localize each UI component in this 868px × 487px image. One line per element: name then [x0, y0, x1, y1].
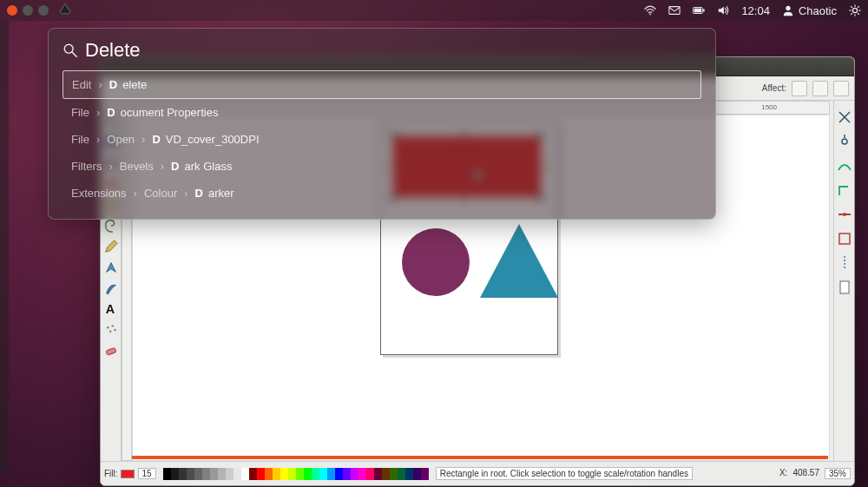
palette-swatch[interactable] [405, 468, 413, 480]
snap-midpoint-icon[interactable] [837, 207, 852, 222]
svg-point-28 [843, 213, 846, 216]
palette-swatch[interactable] [257, 468, 265, 480]
text-tool-icon[interactable]: A [102, 300, 120, 318]
pen-tool-icon[interactable] [102, 259, 120, 276]
panel-indicators: 12:04 Chaotic [644, 4, 861, 17]
svg-point-22 [108, 330, 111, 332]
svg-point-21 [111, 325, 114, 327]
window-minimize-button[interactable] [23, 5, 33, 16]
snap-corner-icon[interactable] [837, 182, 852, 198]
volume-icon[interactable] [717, 4, 729, 16]
snap-path-icon[interactable] [837, 158, 852, 174]
svg-rect-4 [694, 9, 702, 13]
hud-result-item[interactable]: File›Document Properties [62, 99, 701, 126]
hud-result-item[interactable]: File›Open›DVD_cover_300DPI [62, 126, 701, 153]
palette-swatch[interactable] [327, 468, 335, 480]
palette-swatch[interactable] [351, 468, 358, 480]
palette-swatch[interactable] [319, 468, 327, 480]
palette-swatch[interactable] [187, 468, 194, 480]
hud-overlay: Edit›DeleteFile›Document PropertiesFile›… [48, 28, 716, 220]
fill-label: Fill: [104, 469, 118, 478]
svg-rect-29 [839, 234, 850, 244]
palette-swatch[interactable] [343, 468, 351, 480]
palette-swatch[interactable] [249, 468, 257, 480]
snap-page-icon[interactable] [837, 280, 852, 295]
snap-bbox-icon[interactable] [837, 231, 852, 247]
palette-swatch[interactable] [202, 468, 210, 480]
fill-indicator[interactable]: Fill: [104, 469, 135, 478]
pencil-tool-icon[interactable] [102, 238, 120, 255]
svg-line-11 [851, 6, 852, 8]
palette-swatch[interactable] [304, 468, 312, 480]
palette-swatch[interactable] [358, 468, 366, 480]
spray-tool-icon[interactable] [102, 321, 120, 339]
wifi-icon[interactable] [644, 4, 656, 16]
svg-line-13 [858, 6, 859, 8]
svg-point-25 [842, 139, 847, 144]
circle-shape[interactable] [402, 228, 470, 296]
hud-result-item[interactable]: Edit›Delete [62, 70, 701, 99]
snap-tool-icon[interactable] [837, 109, 852, 125]
clock[interactable]: 12:04 [741, 4, 770, 17]
hud-search-input[interactable] [85, 39, 701, 62]
palette-swatch[interactable] [171, 468, 179, 480]
battery-icon[interactable] [693, 4, 705, 16]
top-panel: 12:04 Chaotic [0, 0, 868, 21]
user-name: Chaotic [799, 4, 837, 17]
fill-swatch[interactable] [121, 470, 135, 478]
palette-swatch[interactable] [398, 468, 405, 480]
palette-swatch[interactable] [163, 468, 171, 480]
layer-number[interactable]: 15 [138, 468, 156, 479]
palette-swatch[interactable] [226, 468, 233, 480]
command-bar-right [833, 101, 854, 461]
mail-icon[interactable] [668, 4, 681, 16]
toolbar-button[interactable] [833, 81, 849, 96]
palette-swatch[interactable] [382, 468, 390, 480]
window-maximize-button[interactable] [38, 5, 49, 16]
toolbar-button[interactable] [812, 81, 828, 96]
calligraphy-tool-icon[interactable] [102, 280, 120, 297]
svg-rect-31 [840, 281, 849, 293]
palette-swatch[interactable] [335, 468, 343, 480]
palette-swatch[interactable] [210, 468, 218, 480]
palette-swatch[interactable] [179, 468, 187, 480]
palette-swatch[interactable] [233, 468, 241, 480]
palette-swatch[interactable] [374, 468, 382, 480]
toolbar-button[interactable] [792, 81, 807, 96]
svg-rect-24 [106, 348, 116, 356]
triangle-shape[interactable] [480, 224, 558, 298]
snap-node-icon[interactable] [837, 134, 852, 149]
palette-swatch[interactable] [288, 468, 296, 480]
eraser-tool-icon[interactable] [102, 342, 120, 359]
svg-point-32 [64, 44, 73, 53]
palette-swatch[interactable] [296, 468, 304, 480]
palette-swatch[interactable] [218, 468, 226, 480]
spiral-tool-icon[interactable] [102, 217, 120, 234]
palette-swatch[interactable] [413, 468, 421, 480]
hud-result-item[interactable]: Filters›Bevels›Dark Glass [62, 153, 701, 180]
app-icon-inkscape [57, 3, 73, 18]
palette-swatch[interactable] [280, 468, 288, 480]
svg-line-33 [72, 52, 76, 56]
user-menu[interactable]: Chaotic [782, 4, 837, 17]
zoom-value[interactable]: 35% [825, 468, 851, 479]
window-close-button[interactable] [7, 5, 17, 16]
hud-result-item[interactable]: Extensions›Colour›Darker [62, 180, 701, 207]
snap-guide-icon[interactable] [837, 255, 852, 271]
svg-rect-3 [703, 9, 705, 11]
search-icon [62, 43, 78, 58]
palette-swatch[interactable] [390, 468, 398, 480]
palette-swatch[interactable] [273, 468, 280, 480]
status-bar: Fill: 15 Rectangle in root. Click select… [101, 461, 854, 485]
svg-rect-1 [669, 7, 680, 15]
unity-launcher[interactable] [0, 21, 9, 472]
scrollbar-horizontal[interactable] [132, 456, 828, 459]
palette-swatch[interactable] [265, 468, 273, 480]
palette-swatch[interactable] [241, 468, 249, 480]
palette-swatch[interactable] [312, 468, 319, 480]
palette-swatch[interactable] [194, 468, 202, 480]
svg-point-5 [786, 6, 790, 10]
palette-swatch[interactable] [421, 468, 429, 480]
system-settings-icon[interactable] [849, 4, 861, 16]
palette-swatch[interactable] [366, 468, 374, 480]
